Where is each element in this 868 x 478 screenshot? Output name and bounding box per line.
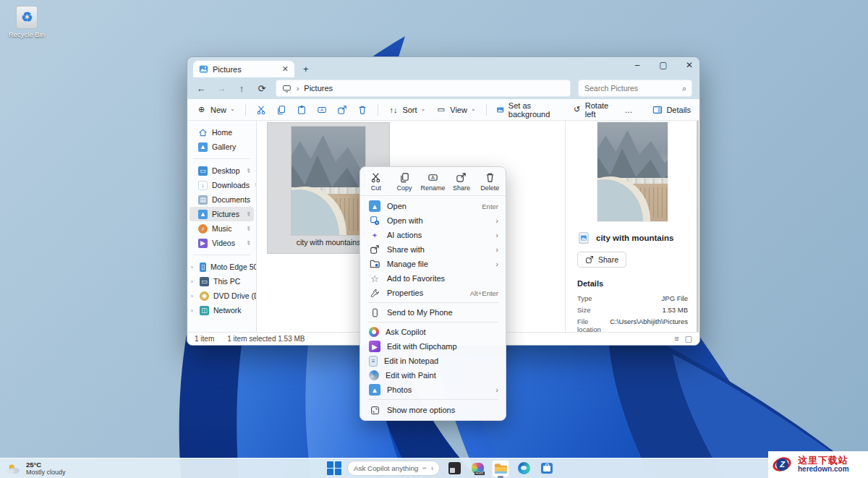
menu-item-open-with[interactable]: Open with › [360,213,506,228]
sidebar-item-home[interactable]: Home [190,125,254,140]
taskbar-edge[interactable] [515,460,532,477]
taskbar-search[interactable]: Ask Copilot anything [347,461,440,476]
sidebar-item-music[interactable]: ♪ Music ✎ [190,221,254,236]
menu-item-share-with[interactable]: Share with › [360,242,506,257]
delete-quick-action[interactable]: Delete [476,171,504,193]
expand-chevron-icon[interactable]: › [191,264,193,270]
minimize-button[interactable]: – [631,60,643,70]
details-share-button[interactable]: Share [577,252,626,268]
new-tab-button[interactable]: + [303,64,309,74]
view-button[interactable]: ▭ View ⌄ [435,104,475,115]
menu-item-ask-copilot[interactable]: Ask Copilot [360,325,506,339]
sort-button[interactable]: ↑↓ Sort ⌄ [388,104,425,115]
start-button[interactable] [327,461,341,476]
breadcrumb-chevron-icon: › [297,85,299,93]
paste-button[interactable] [297,104,307,115]
search-input[interactable] [584,84,682,93]
details-view-toggle-icon[interactable]: ≡ [674,334,678,343]
more-options-button[interactable]: … [624,106,632,114]
svg-text:A: A [320,107,324,112]
taskbar-m365-copilot[interactable]: M365 [469,460,486,477]
location-icon [282,84,292,93]
forward-button[interactable]: → [215,83,228,94]
sidebar-item-desktop[interactable]: ▭ Desktop ✎ [190,163,254,178]
up-button[interactable]: ↑ [235,83,248,94]
share-button[interactable] [337,104,347,115]
refresh-button[interactable]: ⟳ [255,83,268,94]
chevron-down-icon: ⌄ [471,106,476,112]
thumbnail-view-toggle-icon[interactable]: ▢ [685,334,692,343]
sidebar-label: Home [212,128,232,137]
copy-button[interactable] [276,104,286,115]
sidebar-item-gallery[interactable]: ▲ Gallery [190,140,254,154]
sidebar-item-downloads[interactable]: ↓ Downloads ✎ [190,178,254,192]
details-scrollbar[interactable] [697,121,699,332]
sidebar-item-network[interactable]: › ◫ Network [190,303,254,317]
file-type-icon [577,231,590,244]
delete-button[interactable] [357,104,367,115]
tab-close-icon[interactable]: ✕ [282,64,289,74]
cut-icon [370,172,381,183]
set-as-background-button[interactable]: Set as background [496,101,562,119]
close-button[interactable]: ✕ [684,60,695,70]
menu-item-edit-in-notepad[interactable]: ≡ Edit in Notepad [360,354,506,368]
weather-icon [6,462,22,475]
cut-button[interactable] [256,104,266,115]
breadcrumb[interactable]: › Pictures [276,80,571,97]
sidebar-label: Desktop [212,166,240,175]
file-thumbnail [292,127,365,235]
sidebar-item-pictures[interactable]: ▲ Pictures ✎ [190,207,254,221]
copy-quick-action[interactable]: Copy [390,171,418,193]
taskbar-app-dark[interactable] [446,460,463,477]
menu-item-photos[interactable]: ▲ Photos › [360,383,506,397]
menu-item-show-more-options[interactable]: Show more options [360,402,506,418]
weather-condition: Mostly cloudy [26,469,66,476]
maximize-button[interactable]: ▢ [658,60,669,70]
sidebar-item-dvd-drive[interactable]: › ◉ DVD Drive (D:) C [190,289,254,303]
rename-quick-action[interactable]: A Rename [419,171,447,193]
taskbar-file-explorer[interactable] [492,460,509,477]
sidebar-item-videos[interactable]: ▶ Videos ✎ [190,236,254,250]
view-icon: ▭ [435,104,446,115]
sidebar-item-documents[interactable]: ▤ Documents ✎ [190,192,254,207]
cut-quick-action[interactable]: Cut [362,171,390,193]
expand-chevron-icon[interactable]: › [191,307,193,314]
rotate-left-icon: ↺ [573,104,582,115]
details-pane-toggle[interactable]: Details [652,105,691,115]
chevron-down-icon: ⌄ [421,106,426,112]
selection-info: 1 item selected 1.53 MB [227,335,305,343]
search-box[interactable]: ⌕ [578,80,692,97]
menu-item-properties[interactable]: Properties Alt+Enter [360,286,506,300]
tab-pictures[interactable]: Pictures ✕ [193,61,294,77]
sidebar-label: This PC [213,277,240,286]
new-button[interactable]: ⊕ New ⌄ [196,104,235,115]
taskbar-microsoft-store[interactable] [538,460,556,477]
site-watermark: Z 这里下载站 heredown.com [768,451,868,478]
menu-item-edit-with-clipchamp[interactable]: ▶ Edit with Clipchamp [360,339,506,354]
tab-title: Pictures [213,65,278,74]
expand-chevron-icon[interactable]: › [191,278,193,285]
menu-item-ai-actions[interactable]: ✦ AI actions › [360,228,506,242]
breadcrumb-location[interactable]: Pictures [304,84,333,93]
phone-outline-icon [369,307,380,318]
menu-item-edit-with-paint[interactable]: Edit with Paint [360,368,506,383]
sidebar-item-this-pc[interactable]: › ▭ This PC [190,274,254,289]
menu-item-manage-file[interactable]: Manage file › [360,257,506,271]
details-row-size: Size1.53 MB [566,304,699,315]
menu-item-add-to-favorites[interactable]: ☆ Add to Favorites [360,271,506,286]
open-with-icon [369,215,380,226]
back-button[interactable]: ← [195,83,208,94]
share-quick-action[interactable]: Share [447,171,475,193]
pin-icon: ✎ [244,166,252,174]
pin-icon: ✎ [244,239,252,247]
weather-widget[interactable]: 25°C Mostly cloudy [0,461,145,476]
sidebar-item-phone[interactable]: › ▯ Moto Edge 50 N [190,260,254,274]
recycle-bin-shortcut[interactable]: ♻ Recycle Bin [6,6,48,38]
microphone-icon[interactable] [431,464,433,473]
expand-chevron-icon[interactable]: › [191,293,193,299]
menu-item-open[interactable]: ▲ Open Enter [360,199,506,213]
sidebar-label: Downloads [212,181,250,189]
menu-item-send-to-my-phone[interactable]: Send to My Phone [360,305,506,320]
rename-button[interactable]: A [317,104,327,115]
rotate-left-button[interactable]: ↺ Rotate left [573,101,615,119]
